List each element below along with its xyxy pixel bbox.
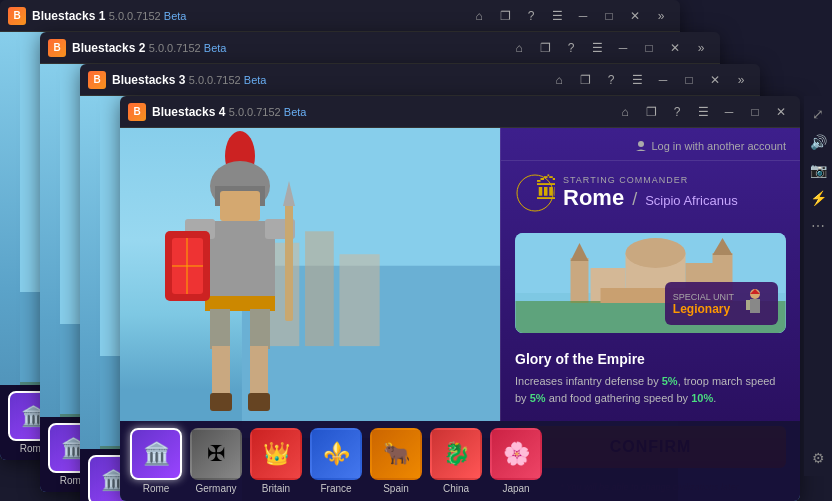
bluestacks-logo-2: B <box>48 39 66 57</box>
arrows-icon-2[interactable]: » <box>690 37 712 59</box>
beta-4: Beta <box>284 106 307 118</box>
close-icon-2[interactable]: ✕ <box>664 37 686 59</box>
minimize-icon-2[interactable]: ─ <box>612 37 634 59</box>
fullscreen-button[interactable]: ⤢ <box>806 102 830 126</box>
help-icon-4[interactable]: ? <box>666 101 688 123</box>
britain-civ-label: Britain <box>262 483 290 494</box>
svg-rect-43 <box>285 201 293 321</box>
special-unit-badge: Special Unit Legionary <box>665 282 778 325</box>
germany-civ-icon: ✠ <box>190 428 242 480</box>
right-panel: Log in with another account 🏛 STARTING C… <box>500 128 800 421</box>
user-icon <box>635 140 647 152</box>
titlebar-2: B Bluestacks 2 5.0.0.7152 Beta ⌂ ❐ ? ☰ ─… <box>40 32 720 64</box>
bluestacks-logo-4: B <box>128 103 146 121</box>
copy-icon-1[interactable]: ❐ <box>494 5 516 27</box>
home-icon-1[interactable]: ⌂ <box>468 5 490 27</box>
highlight-3: 10% <box>691 392 713 404</box>
home-icon-4[interactable]: ⌂ <box>614 101 636 123</box>
volume-button[interactable]: 🔊 <box>806 130 830 154</box>
help-icon-1[interactable]: ? <box>520 5 542 27</box>
svg-rect-33 <box>210 309 230 349</box>
rome-civ-icon: 🏛️ <box>130 428 182 480</box>
maximize-icon-2[interactable]: □ <box>638 37 660 59</box>
civ-btn-france[interactable]: ⚜️ France <box>310 428 362 494</box>
rome-civ-label: Rome <box>143 483 170 494</box>
minimize-icon-1[interactable]: ─ <box>572 5 594 27</box>
maximize-icon-1[interactable]: □ <box>598 5 620 27</box>
login-label: Log in with another account <box>651 140 786 152</box>
svg-rect-61 <box>750 299 760 313</box>
warrior-svg <box>140 131 340 431</box>
legionary-icon <box>740 286 770 321</box>
arrows-icon-1[interactable]: » <box>650 5 672 27</box>
rome-emblem: 🏛 <box>515 173 555 213</box>
boost-button[interactable]: ⚡ <box>806 186 830 210</box>
titlebar-text-3: Bluestacks 3 5.0.0.7152 Beta <box>112 73 542 87</box>
civ-btn-china[interactable]: 🐉 China <box>430 428 482 494</box>
special-unit-label: Special Unit <box>673 292 734 302</box>
menu-icon-3[interactable]: ☰ <box>626 69 648 91</box>
help-icon-3[interactable]: ? <box>600 69 622 91</box>
maximize-icon-4[interactable]: □ <box>744 101 766 123</box>
germany-civ-label: Germany <box>195 483 236 494</box>
close-icon-1[interactable]: ✕ <box>624 5 646 27</box>
svg-rect-36 <box>250 346 268 396</box>
minimize-icon-4[interactable]: ─ <box>718 101 740 123</box>
help-icon-2[interactable]: ? <box>560 37 582 59</box>
titlebar-icons-3: ⌂ ❐ ? ☰ ─ □ ✕ » <box>548 69 752 91</box>
bluestacks-window-4[interactable]: B Bluestacks 4 5.0.0.7152 Beta ⌂ ❐ ? ☰ ─… <box>120 96 800 501</box>
home-icon-2[interactable]: ⌂ <box>508 37 530 59</box>
highlight-1: 5% <box>662 375 678 387</box>
japan-civ-label: Japan <box>502 483 529 494</box>
special-unit-name: Legionary <box>673 302 734 316</box>
version-4: 5.0.0.7152 <box>229 106 284 118</box>
main-game-content: Log in with another account 🏛 STARTING C… <box>120 128 800 501</box>
civ-commander: Scipio Africanus <box>645 193 738 208</box>
desc-3: and food gathering speed by <box>546 392 692 404</box>
login-button[interactable]: Log in with another account <box>635 140 786 152</box>
china-civ-label: China <box>443 483 469 494</box>
titlebar-text-1: Bluestacks 1 5.0.0.7152 Beta <box>32 9 462 23</box>
china-civ-icon: 🐉 <box>430 428 482 480</box>
right-panel-header: Log in with another account <box>501 128 800 161</box>
svg-point-45 <box>638 141 644 147</box>
civ-btn-britain[interactable]: 👑 Britain <box>250 428 302 494</box>
city-preview: Special Unit Legionary <box>515 233 786 333</box>
britain-civ-icon: 👑 <box>250 428 302 480</box>
side-toolbar: ⤢ 🔊 📷 ⚡ ⋯ ⚙ <box>804 96 832 476</box>
france-civ-icon: ⚜️ <box>310 428 362 480</box>
copy-icon-2[interactable]: ❐ <box>534 37 556 59</box>
version-3: 5.0.0.7152 <box>189 74 244 86</box>
version-1: 5.0.0.7152 <box>109 10 164 22</box>
glory-title: Glory of the Empire <box>515 351 786 367</box>
screenshot-button[interactable]: 📷 <box>806 158 830 182</box>
civ-selection-bar: 🏛️ Rome ✠ Germany 👑 Britain ⚜️ France 🐂 … <box>120 421 800 501</box>
highlight-2: 5% <box>530 392 546 404</box>
copy-icon-3[interactable]: ❐ <box>574 69 596 91</box>
close-icon-3[interactable]: ✕ <box>704 69 726 91</box>
civ-btn-japan[interactable]: 🌸 Japan <box>490 428 542 494</box>
settings-button[interactable]: ⚙ <box>806 446 830 470</box>
civ-name-row: Rome / Scipio Africanus <box>563 185 738 211</box>
menu-icon-2[interactable]: ☰ <box>586 37 608 59</box>
menu-icon-1[interactable]: ☰ <box>546 5 568 27</box>
close-icon-4[interactable]: ✕ <box>770 101 792 123</box>
titlebar-icons-1: ⌂ ❐ ? ☰ ─ □ ✕ » <box>468 5 672 27</box>
svg-rect-29 <box>205 221 275 301</box>
minimize-icon-3[interactable]: ─ <box>652 69 674 91</box>
arrows-icon-3[interactable]: » <box>730 69 752 91</box>
maximize-icon-3[interactable]: □ <box>678 69 700 91</box>
svg-rect-62 <box>746 300 750 310</box>
bluestacks-logo-1: B <box>8 7 26 25</box>
civ-btn-rome[interactable]: 🏛️ Rome <box>130 428 182 494</box>
menu-icon-4[interactable]: ☰ <box>692 101 714 123</box>
svg-rect-35 <box>212 346 230 396</box>
more-button[interactable]: ⋯ <box>806 214 830 238</box>
warrior-character <box>140 131 360 441</box>
copy-icon-4[interactable]: ❐ <box>640 101 662 123</box>
home-icon-3[interactable]: ⌂ <box>548 69 570 91</box>
civ-btn-spain[interactable]: 🐂 Spain <box>370 428 422 494</box>
civ-btn-germany[interactable]: ✠ Germany <box>190 428 242 494</box>
svg-rect-28 <box>220 191 260 221</box>
bluestacks-logo-3: B <box>88 71 106 89</box>
